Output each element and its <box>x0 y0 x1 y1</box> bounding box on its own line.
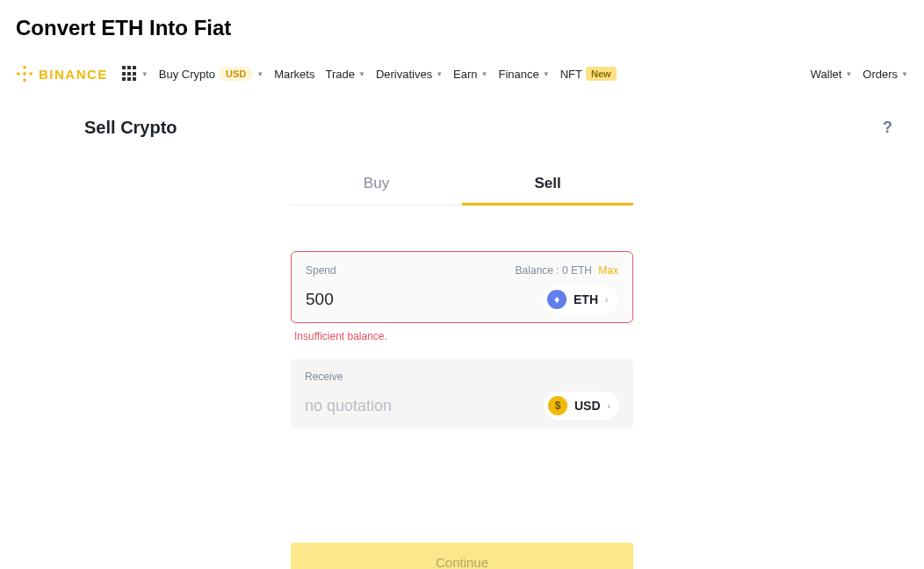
nav-label: Earn <box>453 68 477 81</box>
spend-card: Spend Balance : 0 ETH Max ♦ ETH › <box>291 251 633 323</box>
usd-icon: $ <box>548 396 567 415</box>
chevron-down-icon: ▼ <box>256 70 263 78</box>
spend-amount-input[interactable] <box>306 290 446 309</box>
max-button[interactable]: Max <box>598 264 618 277</box>
brand-text: BINANCE <box>39 67 108 82</box>
receive-coin-selector[interactable]: $ USD › <box>544 392 619 420</box>
chevron-right-icon: › <box>608 401 610 411</box>
page-heading: Convert ETH Into Fiat <box>0 0 924 56</box>
nav-earn[interactable]: Earn ▼ <box>453 68 487 81</box>
nav-orders[interactable]: Orders ▼ <box>863 68 908 81</box>
svg-rect-1 <box>23 78 26 82</box>
chevron-down-icon: ▼ <box>358 70 365 78</box>
new-badge: New <box>586 67 617 81</box>
chevron-down-icon: ▼ <box>845 70 852 78</box>
continue-button[interactable]: Continue <box>291 543 633 569</box>
nav-wallet[interactable]: Wallet ▼ <box>811 68 853 81</box>
tab-underline <box>462 203 633 205</box>
spend-error-text: Insufficient balance. <box>291 330 633 342</box>
tab-sell[interactable]: Sell <box>462 162 633 205</box>
nav-finance[interactable]: Finance ▼ <box>498 68 549 81</box>
nav-trade[interactable]: Trade ▼ <box>325 68 365 81</box>
receive-card: Receive no quotation $ USD › <box>291 358 633 429</box>
nav-nft[interactable]: NFT New <box>560 67 617 81</box>
chevron-down-icon: ▼ <box>901 70 908 78</box>
apps-menu[interactable]: ▼ <box>122 66 148 82</box>
nav-label: Wallet <box>811 68 842 81</box>
spend-label: Spend <box>306 264 336 277</box>
buy-sell-tabs: Buy Sell <box>291 162 633 205</box>
chevron-down-icon: ▼ <box>141 70 148 78</box>
chevron-down-icon: ▼ <box>543 70 550 78</box>
nav-markets[interactable]: Markets <box>274 68 314 81</box>
brand-logo-group[interactable]: BINANCE <box>16 65 108 83</box>
nav-label: Derivatives <box>376 68 432 81</box>
nav-label: Orders <box>863 68 898 81</box>
receive-label: Receive <box>305 371 343 383</box>
spend-coin-label: ETH <box>574 292 598 306</box>
tab-buy[interactable]: Buy <box>291 162 462 205</box>
svg-rect-4 <box>23 72 26 76</box>
help-icon[interactable]: ? <box>883 119 892 137</box>
binance-logo-icon <box>16 65 33 83</box>
nav-label: Trade <box>325 68 354 81</box>
chevron-down-icon: ▼ <box>481 70 488 78</box>
apps-grid-icon <box>122 66 138 82</box>
usd-badge: USD <box>219 67 253 81</box>
svg-rect-0 <box>23 66 26 69</box>
nav-label: Finance <box>498 68 538 81</box>
balance-group: Balance : 0 ETH Max <box>516 264 618 277</box>
section-title: Sell Crypto <box>84 118 177 138</box>
section-header: Sell Crypto ? <box>0 91 924 145</box>
nav-label: NFT <box>560 68 582 81</box>
chevron-down-icon: ▼ <box>436 70 443 78</box>
receive-placeholder: no quotation <box>305 397 392 415</box>
balance-text: Balance : 0 ETH <box>516 264 592 277</box>
svg-rect-2 <box>17 72 20 76</box>
top-nav: BINANCE ▼ Buy Crypto USD ▼ Markets Trade… <box>0 56 924 91</box>
eth-icon: ♦ <box>547 290 567 309</box>
nav-label: Markets <box>274 68 314 81</box>
receive-coin-label: USD <box>574 399 601 413</box>
nav-label: Buy Crypto <box>159 68 215 81</box>
svg-rect-3 <box>29 72 32 76</box>
nav-buy-crypto[interactable]: Buy Crypto USD ▼ <box>159 67 263 81</box>
nav-derivatives[interactable]: Derivatives ▼ <box>376 68 443 81</box>
chevron-right-icon: › <box>605 295 608 305</box>
spend-coin-selector[interactable]: ♦ ETH › <box>543 285 618 313</box>
